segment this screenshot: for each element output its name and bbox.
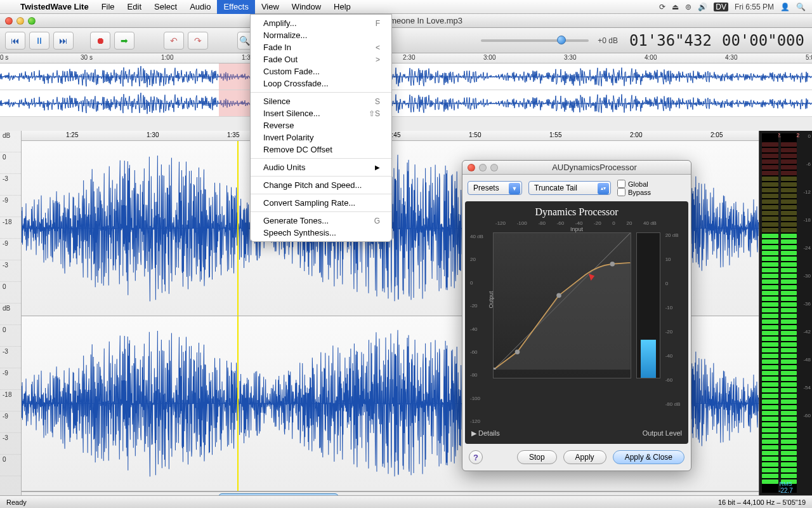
sync-icon[interactable]: ⟳ [659, 3, 665, 11]
plugin-window[interactable]: AUDynamicsProcessor Presets▼ Truncate Ta… [462, 160, 691, 471]
menu-audio[interactable]: Audio [183, 0, 217, 14]
rms-label: RMS [759, 481, 812, 487]
menubar: TwistedWave Lite File Edit Select Audio … [0, 0, 812, 14]
bypass-checkbox[interactable]: Bypass [617, 188, 651, 196]
status-info: 16 bit – 44,100 Hz – 5'05"19 [718, 498, 806, 506]
help-button[interactable]: ? [469, 450, 483, 464]
plugin-title: AUDynamicsProcessor [498, 163, 691, 172]
fastforward-button[interactable]: ⏭ [53, 32, 74, 50]
level-meter: -12.3 -12.2 0-6-12-18-24-30-36-42-48-54-… [759, 131, 812, 495]
menu-effects[interactable]: Effects [217, 0, 255, 14]
plugin-zoom-button [490, 164, 498, 171]
tail-dropdown[interactable]: Truncate Tail▴▾ [528, 181, 611, 195]
menubar-right: ⟳ ⏏ ⊚ 🔊 DV Fri 6:55 PM 👤 🔍 [659, 3, 812, 11]
menu-item-audio-units[interactable]: Audio Units▶ [251, 161, 391, 173]
output-meter [636, 232, 660, 378]
plugin-heading: Dynamics Processor [470, 206, 683, 218]
spotlight-icon[interactable]: 🔍 [796, 3, 806, 11]
timecode-current: 01'36"432 [629, 32, 712, 50]
plugin-titlebar[interactable]: AUDynamicsProcessor [462, 161, 691, 175]
output-level-label: Output Level [643, 429, 682, 438]
db-gutter: dB0-3-9-18-9-30dB0-3-9-18-9-30 [0, 131, 22, 495]
menu-item-amplify-[interactable]: Amplify...F [251, 17, 391, 29]
status-ready: Ready [6, 498, 27, 506]
menu-item-change-pitch-and-speed-[interactable]: Change Pitch and Speed... [251, 179, 391, 191]
volume-slider[interactable] [481, 39, 589, 42]
menu-window[interactable]: Window [285, 0, 327, 14]
overview-channel-left[interactable] [0, 64, 812, 90]
menu-item-speech-synthesis-[interactable]: Speech Synthesis... [251, 227, 391, 239]
effects-menu-dropdown: Amplify...FNormalize...Fade In<Fade Out>… [250, 14, 392, 242]
presets-dropdown[interactable]: Presets▼ [468, 181, 522, 195]
zoom-button[interactable] [28, 17, 36, 25]
statusbar: Ready 16 bit – 44,100 Hz – 5'05"19 [0, 495, 812, 508]
plugin-minimize-button [479, 164, 487, 171]
minimize-button[interactable] [16, 17, 24, 25]
menu-item-convert-sampling-rate-[interactable]: Convert Sampling Rate... [251, 197, 391, 209]
menu-edit[interactable]: Edit [121, 0, 148, 14]
menu-select[interactable]: Select [148, 0, 183, 14]
menu-item-silence[interactable]: SilenceS [251, 95, 391, 107]
menu-item-reverse[interactable]: Reverse [251, 119, 391, 131]
apply-close-button[interactable]: Apply & Close [613, 450, 684, 464]
menu-item-fade-out[interactable]: Fade Out> [251, 53, 391, 65]
plugin-close-button[interactable] [468, 164, 475, 171]
stop-button[interactable]: Stop [517, 450, 557, 464]
redo-button[interactable]: ↷ [188, 32, 208, 50]
playhead-r[interactable] [237, 316, 239, 491]
menu-view[interactable]: View [255, 0, 285, 14]
details-toggle[interactable]: ▶ Details [471, 429, 500, 438]
window-titlebar[interactable]: omeone In Love.mp3 [0, 14, 812, 28]
undo-button[interactable]: ↶ [164, 32, 184, 50]
playhead[interactable] [237, 141, 239, 316]
pause-button[interactable]: ⏸ [29, 32, 49, 50]
menu-item-remove-dc-offset[interactable]: Remove DC Offset [251, 144, 391, 156]
menu-item-normalize-[interactable]: Normalize... [251, 29, 391, 41]
app-name[interactable]: TwistedWave Lite [14, 2, 95, 11]
menu-item-invert-polarity[interactable]: Invert Polarity [251, 131, 391, 144]
overview-selection-r[interactable] [219, 90, 254, 116]
menu-file[interactable]: File [95, 0, 121, 14]
menu-item-loop-crossfade-[interactable]: Loop Crossfade... [251, 77, 391, 90]
overview-ruler[interactable]: 0 s30 s1:001:302:002:303:003:304:004:305… [0, 53, 812, 64]
volume-db-label: +0 dB [598, 36, 618, 45]
rewind-button[interactable]: ⏮ [5, 32, 25, 50]
menu-item-generate-tones-[interactable]: Generate Tones...G [251, 215, 391, 227]
toolbar: ⏮ ⏸ ⏭ ⏺ ➡ ↶ ↷ 🔍+ +0 dB 01'36"432 00'00"0… [0, 28, 812, 53]
user-icon[interactable]: 👤 [780, 3, 790, 11]
timecode-duration: 00'00"000 [722, 32, 804, 50]
record-button[interactable]: ⏺ [90, 32, 110, 50]
wifi-icon[interactable]: ⊚ [685, 3, 691, 11]
global-checkbox[interactable]: Global [617, 180, 651, 188]
svg-point-8 [610, 262, 615, 266]
menu-help[interactable]: Help [327, 0, 357, 14]
svg-point-7 [557, 293, 561, 298]
menu-item-fade-in[interactable]: Fade In< [251, 41, 391, 53]
clock[interactable]: Fri 6:55 PM [735, 3, 774, 11]
dv-badge[interactable]: DV [714, 3, 728, 11]
dynamics-graph[interactable]: Output [493, 232, 631, 378]
apply-button[interactable]: Apply [563, 450, 606, 464]
overview-waveform[interactable]: 0 s30 s1:001:302:002:303:003:304:004:305… [0, 53, 812, 117]
volume-icon[interactable]: 🔊 [698, 3, 707, 11]
play-button[interactable]: ➡ [114, 32, 134, 50]
menu-item-custom-fade-[interactable]: Custom Fade... [251, 65, 391, 77]
menu-item-insert-silence-[interactable]: Insert Silence...⇧S [251, 107, 391, 119]
svg-point-6 [515, 350, 520, 354]
overview-channel-right[interactable] [0, 90, 812, 117]
close-button[interactable] [5, 17, 13, 25]
eject-icon[interactable]: ⏏ [672, 3, 679, 11]
rms-value: -22.7 [759, 487, 812, 494]
window-title: omeone In Love.mp3 [36, 16, 812, 25]
overview-selection[interactable] [219, 64, 254, 90]
